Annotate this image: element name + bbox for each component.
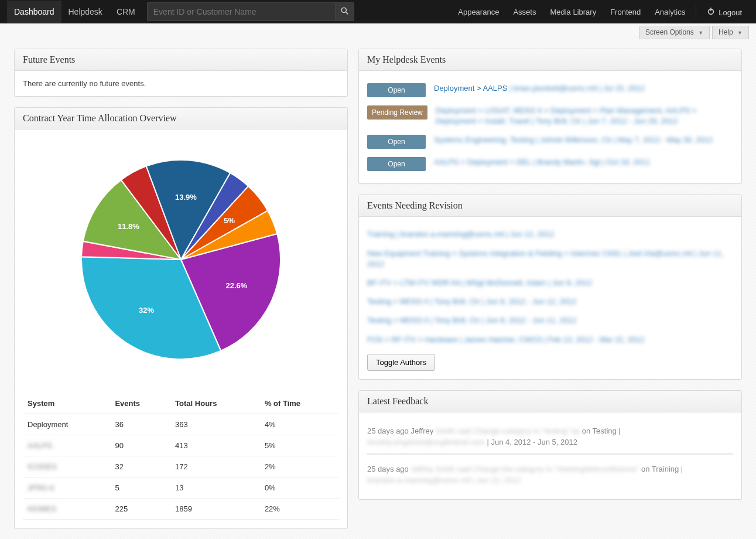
table-header: System: [23, 393, 110, 414]
revision-item[interactable]: Testing > MDSS II | Tony Brill, Ctr | Ju…: [367, 311, 733, 330]
feedback-mid: on Training |: [639, 465, 683, 473]
logout-button[interactable]: Logout: [700, 1, 749, 23]
table-header: Events: [110, 393, 170, 414]
caret-down-icon: ▼: [698, 30, 703, 36]
topbar-left: DashboardHelpdeskCRM: [7, 1, 142, 23]
helpdesk-text: AALPS > Deployment > DEL | Brandy Martin…: [434, 158, 650, 166]
topbar-right: AppearanceAssetsMedia LibraryFrontendAna…: [451, 1, 749, 23]
feedback-prefix: 25 days ago: [367, 465, 411, 473]
content: Future Events There are currently no fut…: [0, 43, 756, 539]
screen-options-tab[interactable]: Screen Options ▼: [639, 26, 710, 39]
table-cell: 363: [170, 414, 260, 435]
feedback-item: 25 days ago Jeffrey Smith said Change th…: [367, 459, 733, 491]
feedback-blur: Change category to "testing" by: [473, 427, 580, 435]
search-wrapper: [147, 2, 354, 21]
svg-line-1: [345, 12, 348, 15]
search-button[interactable]: [335, 3, 354, 21]
nav-item-assets[interactable]: Assets: [506, 1, 543, 23]
pie-label: 32%: [139, 306, 154, 315]
revision-item[interactable]: Testing > MDSS II | Tony Brill, Ctr | Ju…: [367, 292, 733, 311]
search-input[interactable]: [148, 3, 335, 21]
helpdesk-row: OpenDeployment > AALPS | brian.plunkett@…: [367, 79, 733, 101]
table-cell: 0%: [260, 477, 339, 499]
helpdesk-link[interactable]: Deployment > AALPS: [434, 84, 507, 93]
status-badge: Open: [367, 135, 426, 149]
nav-item-helpdesk[interactable]: Helpdesk: [61, 1, 110, 23]
table-header: % of Time: [260, 393, 339, 414]
help-label: Help: [719, 28, 733, 36]
status-badge: Open: [367, 157, 426, 171]
helpdesk-desc: Deployment > LOGAT, MDSS II > Deployment…: [436, 105, 733, 127]
feedback-blur: Change the category to "meeting/teleconf…: [473, 465, 639, 473]
pie-chart: 22.6%32%11.8%13.9%5%: [23, 138, 339, 376]
table-cell: 13: [170, 477, 260, 499]
future-events-title: Future Events: [15, 49, 347, 71]
table-cell: 172: [170, 456, 260, 477]
status-badge: Pending Review: [367, 105, 427, 120]
table-cell: 22%: [260, 499, 339, 520]
pie-label: 13.9%: [175, 193, 197, 202]
table-cell: 4%: [260, 414, 339, 435]
feedback-item: 25 days ago Jeffrey Smith said Change ca…: [367, 421, 733, 455]
topbar: DashboardHelpdeskCRM AppearanceAssetsMed…: [0, 0, 756, 23]
table-cell: ICODES: [23, 456, 110, 477]
nav-item-frontend[interactable]: Frontend: [603, 1, 648, 23]
pie-label: 22.6%: [226, 281, 248, 290]
feedback-dates: | Jun 4, 2012 - Jun 5, 2012: [485, 438, 577, 446]
feedback-panel: Latest Feedback 25 days ago Jeffrey Smit…: [358, 390, 742, 500]
nav-item-media-library[interactable]: Media Library: [543, 1, 603, 23]
revision-item[interactable]: BF-ITV > LTM-ITV WDR Kit | MSgt McDonnel…: [367, 274, 733, 292]
screen-options-label: Screen Options: [645, 28, 694, 36]
nav-item-crm[interactable]: CRM: [110, 1, 142, 23]
table-cell: 225: [110, 499, 170, 520]
helpdesk-events-panel: My Helpdesk Events OpenDeployment > AALP…: [358, 49, 742, 184]
table-cell: 5%: [260, 435, 339, 456]
divider: [696, 5, 696, 19]
helpdesk-row: OpenSystems Engineering, Testing | Johni…: [367, 131, 733, 153]
allocation-title: Contract Year Time Allocation Overview: [15, 108, 347, 129]
revision-title: Events Needing Revision: [359, 195, 741, 217]
revision-item[interactable]: Training | brandon.a.manning@usmc.mil | …: [367, 225, 733, 244]
table-row: ICODES321722%: [23, 456, 339, 477]
future-events-panel: Future Events There are currently no fut…: [14, 49, 348, 97]
table-row: KEIMES225185922%: [23, 499, 339, 520]
helpdesk-tail: | brian.plunkett@usmc.mil | Jul 15, 2012: [507, 84, 645, 93]
nav-item-dashboard[interactable]: Dashboard: [7, 1, 61, 23]
table-cell: 36: [110, 414, 170, 435]
feedback-prefix: 25 days ago Jeffrey: [367, 427, 433, 435]
help-tab[interactable]: Help ▼: [712, 26, 749, 39]
feedback-blur: brandon.a.manning@usmc.mil | Jun 12, 201…: [367, 476, 521, 485]
table-row: Deployment363634%: [23, 414, 339, 435]
revision-item[interactable]: FOS > RF-ITV > Hardware | James Hatcher,…: [367, 330, 733, 349]
feedback-blur: timothy.singstock@ucgfederal.com: [367, 438, 485, 446]
helpdesk-row: Pending ReviewDeployment > LOGAT, MDSS I…: [367, 101, 733, 131]
table-row: JFRG-II5130%: [23, 477, 339, 499]
table-cell: 90: [110, 435, 170, 456]
helpdesk-desc: Deployment > AALPS | brian.plunkett@usmc…: [434, 83, 733, 94]
helpdesk-desc: AALPS > Deployment > DEL | Brandy Martin…: [434, 157, 733, 168]
svg-point-0: [341, 8, 346, 12]
nav-item-appearance[interactable]: Appearance: [451, 1, 506, 23]
allocation-panel: Contract Year Time Allocation Overview 2…: [14, 107, 348, 528]
search-icon: [341, 7, 348, 16]
feedback-mid: on Testing |: [580, 427, 621, 435]
table-cell: 1859: [170, 499, 260, 520]
power-icon: [707, 7, 715, 15]
table-cell: KEIMES: [23, 499, 110, 520]
right-column: My Helpdesk Events OpenDeployment > AALP…: [358, 49, 742, 528]
table-cell: 5: [110, 477, 170, 499]
feedback-title: Latest Feedback: [359, 391, 741, 412]
table-cell: 2%: [260, 456, 339, 477]
revision-item[interactable]: New Equipment Training > Systems Integra…: [367, 244, 733, 274]
subbar: Screen Options ▼ Help ▼: [0, 23, 756, 43]
toggle-authors-button[interactable]: Toggle Authors: [367, 354, 435, 371]
table-cell: JFRG-II: [23, 477, 110, 499]
nav-item-analytics[interactable]: Analytics: [648, 1, 692, 23]
left-column: Future Events There are currently no fut…: [14, 49, 348, 528]
pie-label: 5%: [224, 216, 235, 225]
revision-panel: Events Needing Revision Training | brand…: [358, 195, 742, 379]
pie-label: 11.8%: [118, 222, 139, 231]
helpdesk-title: My Helpdesk Events: [359, 49, 741, 71]
table-row: AALPS904135%: [23, 435, 339, 456]
table-header: Total Hours: [170, 393, 260, 414]
